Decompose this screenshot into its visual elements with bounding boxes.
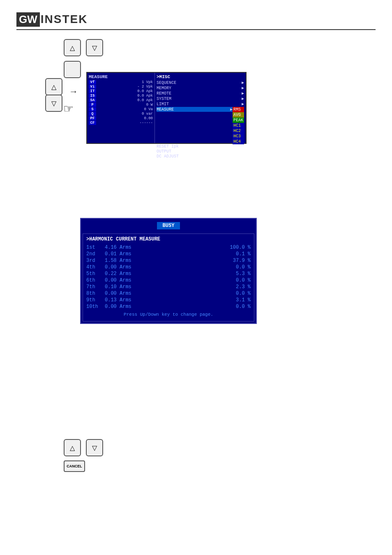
measure-value-pf: 0.00: [97, 116, 153, 120]
harmonic-row-2nd: 2nd 0.01 Arms 0.1 %: [86, 251, 251, 257]
hand-up-button[interactable]: △: [45, 78, 62, 95]
submenu-hc2[interactable]: HC2: [233, 128, 244, 134]
measure-label-vi: Vi: [89, 85, 96, 89]
h-percent-10: 0.0 %: [150, 304, 251, 310]
down-arrow-button[interactable]: ▽: [86, 39, 103, 56]
measure-row-q: Q 0 var: [89, 112, 153, 116]
hand-down-button[interactable]: ▽: [45, 95, 62, 112]
enter-button-top[interactable]: [64, 61, 81, 78]
measure-value-is: 0.0 Apk: [97, 94, 153, 98]
h-percent-4: 0.0 %: [150, 264, 251, 270]
h-percent-5: 5.3 %: [150, 271, 251, 277]
misc-panel: >MISC SEQUENCE ▶ MEMORY ▶ REMOTE ▶ SYSTE…: [155, 73, 246, 143]
measure-value-s: 0 Va: [97, 107, 153, 111]
harmonic-row-9th: 9th 0.13 Arms 3.1 %: [86, 297, 251, 303]
misc-item-memory-arrow: ▶: [242, 86, 244, 90]
measure-label-is: IS: [89, 94, 96, 98]
h-value-2: 0.01 Arms: [105, 251, 150, 257]
logo-area: GWINSTEK: [16, 12, 376, 30]
measure-row-vi: Vi - 2 Vpk: [89, 85, 153, 89]
harmonic-row-10th: 10th 0.00 Arms 0.0 %: [86, 304, 251, 310]
h-value-9: 0.13 Arms: [105, 297, 150, 303]
h-percent-8: 0.0 %: [150, 291, 251, 296]
misc-item-memory[interactable]: MEMORY ▶: [157, 86, 244, 90]
hand-icon: ☞: [63, 102, 74, 116]
bottom-nav-buttons: △ ▽: [64, 439, 103, 456]
submenu-hc3[interactable]: HC3: [233, 134, 244, 139]
h-order-9: 9th: [86, 297, 105, 303]
down-arrow-button-bottom[interactable]: ▽: [86, 439, 103, 456]
measure-value-p: 0 W: [97, 103, 153, 107]
misc-item-sequence-arrow: ▶: [242, 80, 244, 85]
misc-item-limit[interactable]: LIMIT ▶: [157, 102, 244, 106]
misc-item-reset-ipk[interactable]: RESET Ipk: [157, 144, 244, 149]
measure-row-pf: PF 0.00: [89, 116, 153, 120]
measure-label-sa: SA: [89, 98, 96, 102]
measure-row-p: P 0 W: [89, 103, 153, 107]
misc-item-limit-label: LIMIT: [157, 102, 242, 106]
h-percent-3: 37.9 %: [150, 258, 251, 264]
submenu-hc4[interactable]: HC4: [233, 139, 244, 144]
logo-gw: GW: [16, 12, 40, 27]
measure-value-it: 0.0 Apk: [97, 89, 153, 93]
misc-item-sequence[interactable]: SEQUENCE ▶: [157, 80, 244, 85]
measure-value-sa: 0.0 Apk: [97, 98, 153, 102]
measure-row-cf: CF ------: [89, 121, 153, 125]
top-nav-buttons: △ ▽: [64, 39, 103, 56]
misc-item-limit-arrow: ▶: [242, 102, 244, 106]
h-order-8: 8th: [86, 291, 105, 296]
h-value-8: 0.00 Arms: [105, 291, 150, 296]
misc-item-measure[interactable]: MEASURE ▶: [157, 107, 233, 112]
h-percent-6: 0.0 %: [150, 278, 251, 283]
harmonic-row-1st: 1st 4.16 Arms 100.0 %: [86, 245, 251, 250]
device-screen: MEASURE Vf 1 Vpk Vi - 2 Vpk IT 0.0 Apk I…: [86, 72, 247, 144]
misc-item-sequence-label: SEQUENCE: [157, 81, 242, 85]
misc-item-dc-adjust[interactable]: DC ADJUST: [157, 154, 244, 159]
cancel-button[interactable]: CANCEL: [64, 460, 85, 472]
submenu-avg[interactable]: AVG: [233, 112, 244, 118]
up-arrow-button[interactable]: △: [64, 39, 81, 56]
busy-label: BUSY: [157, 222, 180, 229]
harmonic-row-7th: 7th 0.10 Arms 2.3 %: [86, 284, 251, 290]
h-value-7: 0.10 Arms: [105, 284, 150, 290]
measure-label-vf: Vf: [89, 80, 96, 84]
measure-label-it: IT: [89, 89, 96, 93]
harmonic-title: >HARMONIC CURRENT MEASURE: [86, 236, 251, 242]
misc-item-memory-label: MEMORY: [157, 86, 242, 90]
measure-label-cf: CF: [89, 121, 96, 125]
misc-item-output[interactable]: OUTPUT: [157, 149, 244, 154]
submenu-rms[interactable]: RMS: [233, 107, 244, 112]
measure-row-vf: Vf 1 Vpk: [89, 80, 153, 84]
measure-label-q: Q: [89, 112, 96, 116]
h-order-3: 3rd: [86, 258, 105, 264]
misc-item-measure-label: MEASURE: [157, 107, 230, 112]
h-value-1: 4.16 Arms: [105, 245, 150, 250]
submenu-peak[interactable]: PEAK: [233, 118, 244, 123]
h-percent-1: 100.0 %: [150, 245, 251, 250]
measure-row-sa: SA 0.0 Apk: [89, 98, 153, 102]
h-value-3: 1.58 Arms: [105, 258, 150, 264]
misc-item-system-label: SYSTEM: [157, 97, 242, 101]
harmonic-footer: Press Up/Down key to change page.: [86, 312, 251, 319]
cancel-label: CANCEL: [67, 464, 82, 468]
submenu-hc1[interactable]: HC1: [233, 123, 244, 128]
misc-item-system-arrow: ▶: [242, 96, 244, 101]
hand-nav-area: △ ▽ ☞: [45, 78, 62, 112]
misc-item-reset-ipk-label: RESET Ipk: [157, 144, 244, 149]
logo-instek: INSTEK: [41, 13, 88, 25]
h-order-4: 4th: [86, 264, 105, 270]
measure-label-pf: PF: [89, 116, 96, 120]
harmonic-row-5th: 5th 0.22 Arms 5.3 %: [86, 271, 251, 277]
h-order-7: 7th: [86, 284, 105, 290]
h-value-6: 0.00 Arms: [105, 278, 150, 283]
misc-item-remote[interactable]: REMOTE ▶: [157, 91, 244, 96]
measure-label-s: S: [89, 107, 96, 111]
measure-value-q: 0 var: [97, 112, 153, 116]
misc-item-remote-arrow: ▶: [242, 91, 244, 96]
busy-bar: BUSY: [81, 219, 256, 232]
submenu-items: RMS AVG PEAK HC1 HC2 HC3 HC4: [233, 107, 244, 144]
misc-item-system[interactable]: SYSTEM ▶: [157, 96, 244, 101]
measure-value-cf: ------: [97, 121, 153, 125]
up-arrow-button-bottom[interactable]: △: [64, 439, 81, 456]
h-order-5: 5th: [86, 271, 105, 277]
